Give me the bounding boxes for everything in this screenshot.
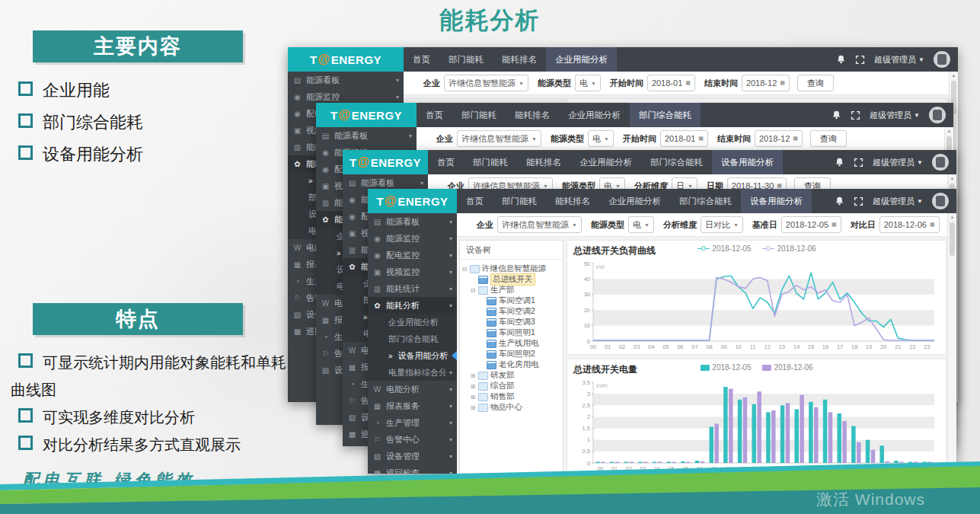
tree-toggle-icon[interactable]: ⊞ bbox=[470, 394, 476, 401]
nav-tab[interactable]: 首页 bbox=[417, 103, 452, 127]
tree-node[interactable]: 老化房用电 bbox=[461, 359, 561, 370]
tree-toggle-icon[interactable]: ⊞ bbox=[470, 383, 476, 390]
tree-node[interactable]: 车间照明1 bbox=[461, 327, 561, 338]
user-menu[interactable]: 超级管理员▼ bbox=[873, 157, 923, 168]
tree-node[interactable]: 生产线用电 bbox=[461, 338, 561, 349]
tree-node[interactable]: ⊞ 研发部 bbox=[461, 370, 561, 381]
avatar[interactable] bbox=[932, 154, 949, 171]
tree-node[interactable]: 总进线开关 bbox=[461, 274, 561, 285]
notification-bell-icon[interactable] bbox=[835, 157, 844, 168]
filter-input[interactable]: 日对比▼ bbox=[701, 216, 743, 233]
fullscreen-icon[interactable] bbox=[851, 110, 860, 120]
sidebar-item[interactable]: ▤ 能源看板 ▾ bbox=[288, 72, 404, 88]
filter-input[interactable]: 2018-12▦ bbox=[755, 130, 803, 147]
nav-tab[interactable]: 部门能耗 bbox=[464, 150, 517, 174]
filter-input[interactable]: 2018-12-05▦ bbox=[781, 216, 841, 233]
avatar[interactable] bbox=[929, 107, 946, 123]
sidebar-item[interactable]: ▦ 报表服务 ▾ bbox=[368, 397, 457, 414]
tree-node[interactable]: 车间照明2 bbox=[461, 349, 561, 359]
fullscreen-icon[interactable] bbox=[854, 196, 863, 206]
tree-node[interactable]: 车间空调1 bbox=[461, 295, 561, 306]
scrollbar[interactable]: ▲ bbox=[947, 213, 956, 474]
tree-node[interactable]: ⊞ 物品中心 bbox=[461, 402, 561, 413]
nav-tab[interactable]: 首页 bbox=[404, 47, 439, 72]
svg-text:07: 07 bbox=[691, 343, 697, 350]
avatar[interactable] bbox=[932, 193, 949, 209]
legend-item[interactable]: 2018-12-05 bbox=[700, 363, 751, 372]
main-content-list: 企业用能 部门综合能耗 设备用能分析 bbox=[11, 75, 282, 171]
notification-bell-icon[interactable] bbox=[836, 54, 846, 65]
filter-input[interactable]: 许继信息智慧能源▼ bbox=[497, 216, 582, 233]
nav-tab[interactable]: 部门能耗 bbox=[493, 189, 546, 213]
nav-tab[interactable]: 设备用能分析 bbox=[712, 150, 783, 174]
tree-node[interactable]: 车间空调2 bbox=[461, 306, 561, 317]
legend-item[interactable]: 2018-12-06 bbox=[762, 244, 816, 253]
fullscreen-icon[interactable] bbox=[854, 158, 863, 168]
nav-tab[interactable]: 能耗排名 bbox=[493, 47, 546, 72]
sidebar-item[interactable]: 电量指标综合分析 ▾ bbox=[368, 364, 457, 381]
scroll-up-icon[interactable]: ▲ bbox=[950, 72, 958, 79]
nav-tab[interactable]: 设备用能分析 bbox=[741, 189, 812, 213]
sidebar-item[interactable]: ▤ 能源看板 ▾ bbox=[368, 213, 457, 230]
nav-tab[interactable]: 能耗排名 bbox=[517, 150, 570, 174]
tree-node[interactable]: 车间空调3 bbox=[461, 317, 561, 327]
search-button[interactable]: 查询 bbox=[797, 75, 834, 91]
nav-tab[interactable]: 部门综合能耗 bbox=[641, 150, 712, 174]
user-menu[interactable]: 超级管理员▼ bbox=[874, 54, 924, 65]
filter-input[interactable]: 2018-01▦ bbox=[660, 130, 708, 147]
filter-input[interactable]: 电▼ bbox=[575, 75, 601, 91]
nav-tab[interactable]: 企业用能分析 bbox=[599, 189, 670, 213]
sidebar-item[interactable]: ▤ 能源看板 ▾ bbox=[316, 127, 417, 144]
sidebar-item[interactable]: ⚐ 告警中心 ▾ bbox=[368, 431, 457, 448]
legend-item[interactable]: 2018-12-06 bbox=[762, 363, 813, 372]
nav-tab[interactable]: 首页 bbox=[428, 150, 464, 174]
fullscreen-icon[interactable] bbox=[855, 55, 865, 65]
tree-toggle-icon[interactable]: ⊟ bbox=[461, 266, 468, 273]
nav-tab[interactable]: 首页 bbox=[457, 189, 493, 213]
filter-input[interactable]: 2018-01▦ bbox=[647, 75, 695, 91]
notification-bell-icon[interactable] bbox=[835, 196, 844, 206]
search-button[interactable]: 查询 bbox=[810, 130, 847, 147]
sidebar-item[interactable]: 设备用能分析 bbox=[368, 347, 457, 364]
filter-input[interactable]: 2018-12▦ bbox=[742, 75, 790, 91]
nav-tab[interactable]: 部门能耗 bbox=[439, 47, 493, 72]
legend-item[interactable]: 2018-12-05 bbox=[697, 244, 751, 253]
sidebar-item[interactable]: ◉ 能源监控 ▾ bbox=[368, 230, 457, 247]
sidebar-item[interactable]: 部门综合能耗 bbox=[368, 330, 457, 347]
tree-node[interactable]: ⊟ 生产部 bbox=[461, 285, 561, 295]
sidebar-item[interactable]: ◔ 生产管理 ▾ bbox=[368, 414, 457, 431]
filter-input[interactable]: 许继信息智慧能源▼ bbox=[457, 130, 541, 147]
sidebar-item[interactable]: W 电能分析 ▾ bbox=[368, 381, 457, 397]
tree-toggle-icon[interactable]: ⊞ bbox=[470, 404, 476, 411]
sidebar-item[interactable]: ▥ 能耗统计 ▾ bbox=[368, 280, 457, 297]
tree-node[interactable]: ⊞ 综合部 bbox=[461, 381, 561, 391]
filter-input[interactable]: 电▼ bbox=[628, 216, 654, 233]
tree-node[interactable]: ⊞ 销售部 bbox=[461, 391, 561, 402]
nav-tab[interactable]: 能耗排名 bbox=[506, 103, 559, 127]
tree-toggle-icon[interactable]: ⊟ bbox=[470, 287, 476, 294]
notification-bell-icon[interactable] bbox=[832, 110, 841, 120]
nav-tab[interactable]: 企业用能分析 bbox=[559, 103, 630, 127]
scroll-up-icon[interactable]: ▲ bbox=[945, 127, 953, 135]
nav-tab[interactable]: 企业用能分析 bbox=[546, 47, 617, 72]
filter-input[interactable]: 2018-12-06▦ bbox=[879, 216, 940, 233]
scroll-up-icon[interactable]: ▲ bbox=[948, 174, 956, 182]
nav-tab[interactable]: 能耗排名 bbox=[546, 189, 599, 213]
sidebar-item[interactable]: ▣ 视频监控 ▾ bbox=[368, 263, 457, 280]
scroll-up-icon[interactable]: ▲ bbox=[948, 213, 956, 221]
tree-node[interactable]: ⊟ 许继信息智慧能源 bbox=[461, 263, 561, 274]
user-menu[interactable]: 超级管理员▼ bbox=[870, 110, 920, 121]
nav-tab[interactable]: 部门能耗 bbox=[452, 103, 506, 127]
avatar[interactable] bbox=[934, 51, 950, 68]
nav-tab[interactable]: 部门综合能耗 bbox=[670, 189, 741, 213]
tree-toggle-icon[interactable]: ⊞ bbox=[470, 372, 476, 379]
scroll-thumb[interactable] bbox=[950, 222, 955, 256]
user-menu[interactable]: 超级管理员▼ bbox=[873, 196, 923, 207]
sidebar-item[interactable]: ◉ 配电监控 ▾ bbox=[368, 247, 457, 263]
sidebar-item[interactable]: ✿ 能耗分析 ▾ bbox=[368, 297, 457, 314]
nav-tab[interactable]: 部门综合能耗 bbox=[630, 103, 701, 127]
filter-input[interactable]: 许继信息智慧能源▼ bbox=[444, 75, 528, 91]
filter-input[interactable]: 电▼ bbox=[588, 130, 614, 147]
nav-tab[interactable]: 企业用能分析 bbox=[570, 150, 641, 174]
sidebar-item[interactable]: 企业用能分析 bbox=[368, 314, 457, 330]
